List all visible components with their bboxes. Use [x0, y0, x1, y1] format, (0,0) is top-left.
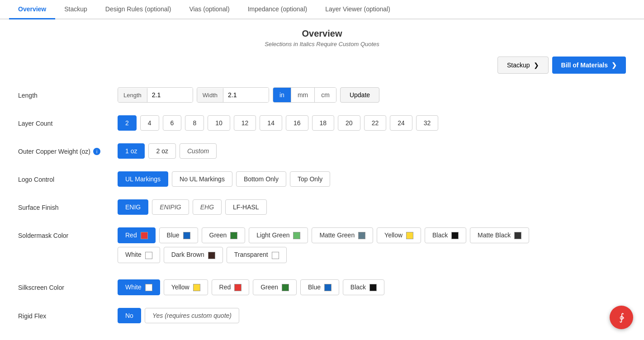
layer-count-options: 2 4 6 8 10 12 14 16 18 20 22 24 32 [118, 115, 626, 131]
tab-vias[interactable]: Vias (optional) [180, 0, 238, 19]
layer-10-button[interactable]: 10 [208, 115, 230, 131]
solder-yellow-button[interactable]: Yellow [377, 227, 421, 243]
tab-design-rules[interactable]: Design Rules (optional) [96, 0, 180, 19]
black-swatch [451, 232, 459, 239]
logo-ul-markings-button[interactable]: UL Markings [118, 171, 168, 187]
solder-dark-brown-button[interactable]: Dark Brown [164, 247, 223, 263]
silk-blue-button[interactable]: Blue [300, 279, 339, 295]
outer-copper-options: 1 oz 2 oz Custom [118, 143, 626, 159]
silkscreen-color-label: Silkscreen Color [18, 279, 118, 291]
outer-copper-row: Outer Copper Weight (oz) i 1 oz 2 oz Cus… [18, 143, 626, 159]
silk-green-button[interactable]: Green [253, 279, 297, 295]
blue-swatch [183, 232, 190, 239]
length-label: Length [118, 88, 147, 102]
length-input[interactable] [147, 88, 193, 102]
layer-32-button[interactable]: 32 [416, 115, 439, 131]
surface-finish-row: Surface Finish ENIG ENIPIG EHG LF-HASL [18, 199, 626, 215]
silk-black-button[interactable]: Black [343, 279, 384, 295]
stackup-button[interactable]: Stackup ❯ [497, 57, 549, 74]
finish-enipig-button[interactable]: ENIPIG [152, 199, 189, 215]
matte-green-swatch [358, 232, 365, 239]
layer-24-button[interactable]: 24 [390, 115, 412, 131]
dark-brown-swatch [208, 252, 215, 259]
width-input[interactable] [223, 88, 269, 102]
logo-bottom-only-button[interactable]: Bottom Only [236, 171, 286, 187]
layer-12-button[interactable]: 12 [234, 115, 256, 131]
layer-14-button[interactable]: 14 [260, 115, 282, 131]
layer-4-button[interactable]: 4 [140, 115, 159, 131]
red-swatch [141, 232, 148, 239]
logo-control-options: UL Markings No UL Markings Bottom Only T… [118, 171, 626, 187]
rigid-flex-yes-button[interactable]: Yes (requires custom quote) [145, 308, 239, 323]
soldermask-row1: Red Blue Green Light Green Matte Green Y… [118, 227, 626, 243]
outer-copper-label-text: Outer Copper Weight (oz) [18, 148, 90, 155]
layer-22-button[interactable]: 22 [364, 115, 387, 131]
silk-red-button[interactable]: Red [212, 279, 250, 295]
rigid-flex-label: Rigid Flex [18, 308, 118, 320]
chat-button[interactable]: ∳ [610, 306, 633, 329]
logo-top-only-button[interactable]: Top Only [290, 171, 330, 187]
finish-lfhasl-button[interactable]: LF-HASL [225, 199, 267, 215]
finish-enig-button[interactable]: ENIG [118, 199, 148, 215]
tab-stackup[interactable]: Stackup [55, 0, 96, 19]
finish-ehg-button[interactable]: EHG [193, 199, 222, 215]
transparent-swatch [272, 252, 279, 259]
unit-mm-button[interactable]: mm [291, 88, 315, 102]
logo-no-ul-button[interactable]: No UL Markings [172, 171, 232, 187]
solder-white-button[interactable]: White [118, 247, 160, 263]
tab-layer-viewer[interactable]: Layer Viewer (optional) [316, 0, 399, 19]
matte-black-swatch [514, 232, 521, 239]
solder-blue-button[interactable]: Blue [159, 227, 198, 243]
layer-2-button[interactable]: 2 [118, 115, 137, 131]
bom-button[interactable]: Bill of Materials ❯ [552, 57, 626, 74]
layer-6-button[interactable]: 6 [163, 115, 182, 131]
unit-in-button[interactable]: in [273, 88, 291, 102]
length-group: Length [118, 87, 193, 103]
rigid-flex-row: Rigid Flex No Yes (requires custom quote… [18, 308, 626, 323]
copper-custom-button[interactable]: Custom [180, 143, 217, 159]
silkscreen-color-row: Silkscreen Color White Yellow Red Green … [18, 279, 626, 295]
copper-1oz-button[interactable]: 1 oz [118, 143, 145, 159]
outer-copper-label: Outer Copper Weight (oz) i [18, 143, 118, 155]
solder-light-green-button[interactable]: Light Green [249, 227, 308, 243]
silk-red-swatch [234, 284, 242, 291]
solder-green-button[interactable]: Green [202, 227, 246, 243]
copper-2oz-button[interactable]: 2 oz [148, 143, 175, 159]
chat-icon: ∳ [619, 312, 624, 323]
layer-16-button[interactable]: 16 [286, 115, 308, 131]
silk-white-button[interactable]: White [118, 279, 160, 295]
silk-blue-swatch [324, 284, 331, 291]
top-buttons: Stackup ❯ Bill of Materials ❯ [18, 57, 626, 74]
solder-red-button[interactable]: Red [118, 227, 156, 243]
layer-count-row: Layer Count 2 4 6 8 10 12 14 16 18 20 22… [18, 115, 626, 131]
tab-impedance[interactable]: Impedance (optional) [239, 0, 317, 19]
info-icon[interactable]: i [93, 148, 100, 155]
logo-control-row: Logo Control UL Markings No UL Markings … [18, 171, 626, 187]
silk-yellow-button[interactable]: Yellow [164, 279, 208, 295]
layer-8-button[interactable]: 8 [185, 115, 204, 131]
dimensions-row: Length Length Width in mm cm Update [18, 87, 626, 103]
surface-finish-label: Surface Finish [18, 199, 118, 211]
tab-overview[interactable]: Overview [9, 0, 55, 19]
light-green-swatch [293, 232, 300, 239]
solder-matte-green-button[interactable]: Matte Green [312, 227, 373, 243]
rigid-flex-no-button[interactable]: No [118, 308, 141, 323]
solder-black-button[interactable]: Black [425, 227, 466, 243]
soldermask-color-label: Soldermask Color [18, 227, 118, 239]
chevron-right-icon: ❯ [611, 61, 617, 69]
unit-group: in mm cm [273, 87, 336, 103]
dimensions-label: Length [18, 87, 118, 99]
update-button[interactable]: Update [340, 87, 379, 103]
silk-yellow-swatch [193, 284, 200, 291]
solder-transparent-button[interactable]: Transparent [227, 247, 287, 263]
white-swatch [145, 252, 152, 259]
bom-button-label: Bill of Materials [561, 61, 608, 69]
layer-20-button[interactable]: 20 [338, 115, 360, 131]
silk-black-swatch [369, 284, 377, 291]
solder-matte-black-button[interactable]: Matte Black [470, 227, 529, 243]
layer-18-button[interactable]: 18 [312, 115, 335, 131]
logo-control-label: Logo Control [18, 171, 118, 183]
unit-cm-button[interactable]: cm [315, 88, 336, 102]
rigid-flex-options: No Yes (requires custom quote) [118, 308, 626, 323]
page-subtitle: Selections in Italics Require Custom Quo… [18, 41, 626, 47]
